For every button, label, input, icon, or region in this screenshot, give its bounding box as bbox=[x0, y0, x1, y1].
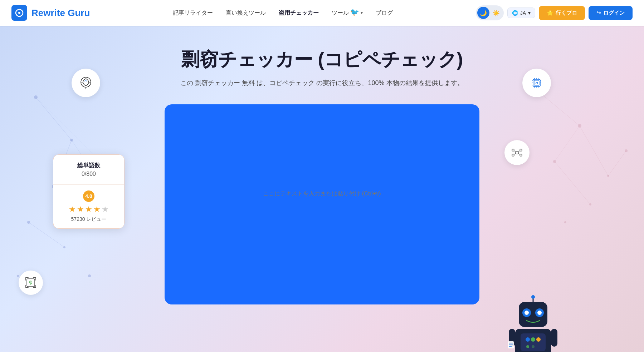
svg-line-10 bbox=[36, 97, 72, 140]
svg-line-25 bbox=[580, 126, 608, 176]
robot-character: T bbox=[508, 295, 558, 352]
svg-point-49 bbox=[516, 151, 518, 154]
logo[interactable]: Rewrite Guru bbox=[11, 5, 90, 21]
login-icon: ↪ bbox=[596, 10, 601, 16]
svg-point-52 bbox=[512, 154, 514, 156]
svg-point-18 bbox=[578, 124, 581, 128]
rating-section: 4.0 ★ ★ ★ ★ ★ 57230 レビュー bbox=[53, 185, 124, 228]
review-count: 57230 レビュー bbox=[60, 216, 117, 223]
svg-point-1 bbox=[34, 95, 38, 99]
svg-point-64 bbox=[537, 311, 542, 315]
star-5: ★ bbox=[102, 205, 109, 214]
svg-point-8 bbox=[17, 275, 19, 277]
tools-dropdown-arrow: ▾ bbox=[361, 10, 363, 15]
pro-icon: ⭐ bbox=[547, 10, 553, 16]
star-2: ★ bbox=[77, 205, 84, 214]
lang-label: JA bbox=[520, 10, 526, 16]
svg-point-23 bbox=[564, 221, 566, 223]
svg-point-6 bbox=[63, 246, 65, 248]
svg-point-0 bbox=[18, 12, 20, 14]
scan-float-icon bbox=[19, 271, 43, 295]
svg-line-26 bbox=[555, 162, 590, 204]
globe-icon: 🌐 bbox=[512, 10, 518, 16]
svg-line-54 bbox=[514, 151, 516, 152]
hero-section: AI AI bbox=[0, 26, 644, 352]
svg-line-56 bbox=[514, 153, 516, 154]
chip-float-icon: AI bbox=[522, 69, 551, 97]
light-mode-button[interactable]: ☀️ bbox=[490, 7, 502, 19]
svg-point-53 bbox=[520, 154, 522, 156]
lang-dropdown-icon: ▾ bbox=[528, 10, 531, 16]
molecule-float-icon bbox=[504, 140, 530, 165]
tools-arrow-icon: 🐦 bbox=[350, 8, 359, 16]
svg-rect-75 bbox=[551, 329, 557, 347]
svg-line-28 bbox=[555, 126, 580, 162]
word-count-label: 総単語数 bbox=[60, 162, 117, 169]
nav-tools[interactable]: ツール 🐦 ▾ bbox=[332, 9, 363, 17]
nav-plagiarism-checker[interactable]: 盗用チェッカー bbox=[279, 9, 319, 17]
theme-toggle: 🌙 ☀️ bbox=[476, 5, 504, 20]
svg-point-19 bbox=[607, 175, 609, 177]
svg-rect-68 bbox=[521, 333, 546, 351]
nav-paraphrase-tool[interactable]: 言い換えツール bbox=[226, 9, 266, 17]
star-rating: ★ ★ ★ ★ ★ bbox=[60, 205, 117, 214]
svg-line-55 bbox=[518, 151, 520, 152]
svg-point-20 bbox=[553, 160, 556, 163]
logo-icon bbox=[11, 5, 27, 21]
svg-point-69 bbox=[526, 337, 530, 342]
dark-mode-button[interactable]: 🌙 bbox=[477, 7, 489, 19]
svg-point-71 bbox=[536, 337, 541, 342]
svg-line-27 bbox=[608, 151, 626, 176]
navbar-right: 🌙 ☀️ 🌐 JA ▾ ⭐ 行くプロ ↪ ログイン bbox=[476, 5, 633, 20]
hero-subtitle: この 剽窃チェッカー 無料 は、コピペチェック の実行に役立ち、100% 本物の… bbox=[180, 79, 463, 87]
svg-point-66 bbox=[531, 295, 535, 299]
svg-point-63 bbox=[525, 311, 529, 315]
rating-badge: 4.0 bbox=[83, 190, 94, 202]
svg-point-51 bbox=[520, 149, 522, 151]
star-4: ★ bbox=[93, 205, 101, 214]
word-count-section: 総単語数 0/800 bbox=[53, 155, 124, 185]
nav-blog[interactable]: ブログ bbox=[376, 9, 393, 17]
svg-point-2 bbox=[70, 139, 73, 142]
svg-line-15 bbox=[36, 97, 100, 162]
textarea-container bbox=[165, 104, 479, 304]
svg-point-50 bbox=[512, 149, 514, 151]
navbar: Rewrite Guru 記事リライター 言い換えツール 盗用チェッカー ツール… bbox=[0, 0, 644, 26]
brain-float-icon: AI bbox=[72, 69, 100, 97]
svg-point-22 bbox=[625, 149, 628, 152]
page-title: 剽窃チェッカー (コピペチェック) bbox=[181, 47, 463, 72]
language-selector[interactable]: 🌐 JA ▾ bbox=[507, 8, 535, 18]
text-input[interactable] bbox=[179, 119, 465, 290]
login-button[interactable]: ↪ ログイン bbox=[589, 6, 633, 20]
svg-text:AI: AI bbox=[536, 81, 538, 84]
logo-text: Rewrite Guru bbox=[31, 8, 90, 19]
svg-point-70 bbox=[531, 337, 535, 342]
star-1: ★ bbox=[69, 205, 76, 214]
svg-point-5 bbox=[27, 221, 30, 224]
svg-point-9 bbox=[88, 274, 91, 277]
svg-point-21 bbox=[589, 203, 591, 205]
svg-line-57 bbox=[518, 153, 520, 154]
nav-menu: 記事リライター 言い換えツール 盗用チェッカー ツール 🐦 ▾ ブログ bbox=[173, 9, 393, 17]
nav-article-rewriter[interactable]: 記事リライター bbox=[173, 9, 213, 17]
word-count-card: 総単語数 0/800 4.0 ★ ★ ★ ★ ★ 57230 レビュー bbox=[53, 154, 125, 229]
svg-point-72 bbox=[526, 345, 529, 348]
pro-button[interactable]: ⭐ 行くプロ bbox=[539, 6, 585, 20]
svg-point-73 bbox=[532, 345, 535, 348]
word-count-value: 0/800 bbox=[60, 171, 117, 177]
star-3: ★ bbox=[85, 205, 92, 214]
